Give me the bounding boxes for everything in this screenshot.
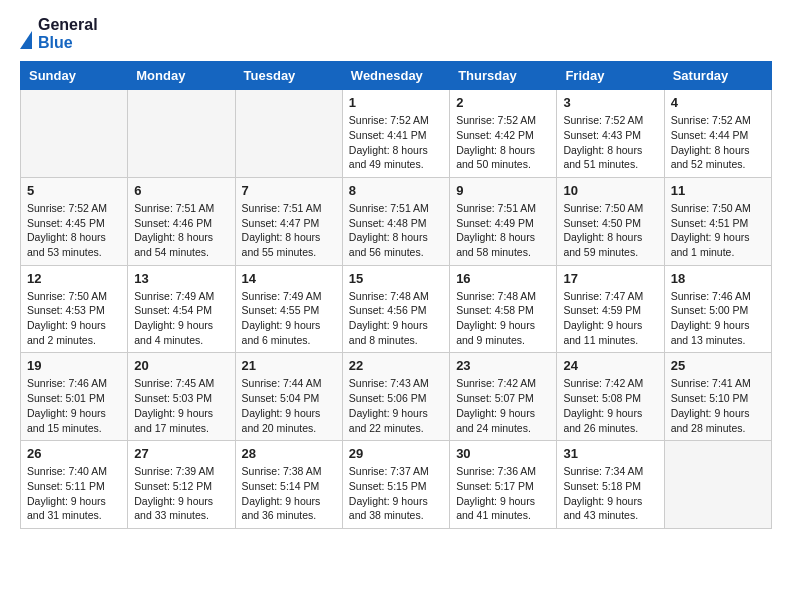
day-number: 14 xyxy=(242,271,336,286)
sunrise-text: Sunrise: 7:51 AM xyxy=(456,202,536,214)
sunrise-text: Sunrise: 7:52 AM xyxy=(563,114,643,126)
sunset-text: Sunset: 5:14 PM xyxy=(242,480,320,492)
calendar-cell: 21 Sunrise: 7:44 AM Sunset: 5:04 PM Dayl… xyxy=(235,353,342,441)
sunset-text: Sunset: 4:44 PM xyxy=(671,129,749,141)
day-info: Sunrise: 7:38 AM Sunset: 5:14 PM Dayligh… xyxy=(242,464,336,523)
weekday-header: Friday xyxy=(557,62,664,90)
sunrise-text: Sunrise: 7:46 AM xyxy=(671,290,751,302)
daylight-text: Daylight: 9 hours and 11 minutes. xyxy=(563,319,642,346)
sunset-text: Sunset: 4:54 PM xyxy=(134,304,212,316)
sunset-text: Sunset: 4:45 PM xyxy=(27,217,105,229)
sunset-text: Sunset: 5:04 PM xyxy=(242,392,320,404)
day-info: Sunrise: 7:51 AM Sunset: 4:48 PM Dayligh… xyxy=(349,201,443,260)
daylight-text: Daylight: 8 hours and 53 minutes. xyxy=(27,231,106,258)
sunset-text: Sunset: 5:10 PM xyxy=(671,392,749,404)
day-info: Sunrise: 7:50 AM Sunset: 4:50 PM Dayligh… xyxy=(563,201,657,260)
day-info: Sunrise: 7:52 AM Sunset: 4:45 PM Dayligh… xyxy=(27,201,121,260)
daylight-text: Daylight: 8 hours and 55 minutes. xyxy=(242,231,321,258)
daylight-text: Daylight: 8 hours and 52 minutes. xyxy=(671,144,750,171)
sunset-text: Sunset: 5:00 PM xyxy=(671,304,749,316)
day-info: Sunrise: 7:44 AM Sunset: 5:04 PM Dayligh… xyxy=(242,376,336,435)
daylight-text: Daylight: 8 hours and 49 minutes. xyxy=(349,144,428,171)
day-number: 13 xyxy=(134,271,228,286)
calendar-cell: 27 Sunrise: 7:39 AM Sunset: 5:12 PM Dayl… xyxy=(128,441,235,529)
day-info: Sunrise: 7:43 AM Sunset: 5:06 PM Dayligh… xyxy=(349,376,443,435)
calendar: SundayMondayTuesdayWednesdayThursdayFrid… xyxy=(20,61,772,529)
day-number: 1 xyxy=(349,95,443,110)
sunset-text: Sunset: 4:42 PM xyxy=(456,129,534,141)
day-info: Sunrise: 7:36 AM Sunset: 5:17 PM Dayligh… xyxy=(456,464,550,523)
sunrise-text: Sunrise: 7:50 AM xyxy=(563,202,643,214)
day-number: 4 xyxy=(671,95,765,110)
calendar-cell: 31 Sunrise: 7:34 AM Sunset: 5:18 PM Dayl… xyxy=(557,441,664,529)
day-number: 16 xyxy=(456,271,550,286)
daylight-text: Daylight: 9 hours and 24 minutes. xyxy=(456,407,535,434)
calendar-cell: 7 Sunrise: 7:51 AM Sunset: 4:47 PM Dayli… xyxy=(235,177,342,265)
sunrise-text: Sunrise: 7:40 AM xyxy=(27,465,107,477)
sunset-text: Sunset: 4:41 PM xyxy=(349,129,427,141)
calendar-cell: 5 Sunrise: 7:52 AM Sunset: 4:45 PM Dayli… xyxy=(21,177,128,265)
sunset-text: Sunset: 4:51 PM xyxy=(671,217,749,229)
calendar-cell xyxy=(128,90,235,178)
sunrise-text: Sunrise: 7:43 AM xyxy=(349,377,429,389)
calendar-cell: 18 Sunrise: 7:46 AM Sunset: 5:00 PM Dayl… xyxy=(664,265,771,353)
day-info: Sunrise: 7:51 AM Sunset: 4:46 PM Dayligh… xyxy=(134,201,228,260)
daylight-text: Daylight: 8 hours and 54 minutes. xyxy=(134,231,213,258)
daylight-text: Daylight: 8 hours and 51 minutes. xyxy=(563,144,642,171)
day-info: Sunrise: 7:52 AM Sunset: 4:42 PM Dayligh… xyxy=(456,113,550,172)
sunset-text: Sunset: 4:47 PM xyxy=(242,217,320,229)
sunrise-text: Sunrise: 7:37 AM xyxy=(349,465,429,477)
day-number: 6 xyxy=(134,183,228,198)
day-info: Sunrise: 7:34 AM Sunset: 5:18 PM Dayligh… xyxy=(563,464,657,523)
sunset-text: Sunset: 4:50 PM xyxy=(563,217,641,229)
calendar-cell: 6 Sunrise: 7:51 AM Sunset: 4:46 PM Dayli… xyxy=(128,177,235,265)
sunrise-text: Sunrise: 7:52 AM xyxy=(671,114,751,126)
daylight-text: Daylight: 9 hours and 20 minutes. xyxy=(242,407,321,434)
day-info: Sunrise: 7:49 AM Sunset: 4:55 PM Dayligh… xyxy=(242,289,336,348)
day-info: Sunrise: 7:46 AM Sunset: 5:01 PM Dayligh… xyxy=(27,376,121,435)
sunset-text: Sunset: 4:59 PM xyxy=(563,304,641,316)
sunset-text: Sunset: 4:53 PM xyxy=(27,304,105,316)
logo-blue-text: Blue xyxy=(38,34,98,52)
calendar-cell: 22 Sunrise: 7:43 AM Sunset: 5:06 PM Dayl… xyxy=(342,353,449,441)
calendar-cell: 24 Sunrise: 7:42 AM Sunset: 5:08 PM Dayl… xyxy=(557,353,664,441)
day-info: Sunrise: 7:42 AM Sunset: 5:08 PM Dayligh… xyxy=(563,376,657,435)
sunset-text: Sunset: 4:48 PM xyxy=(349,217,427,229)
calendar-cell: 23 Sunrise: 7:42 AM Sunset: 5:07 PM Dayl… xyxy=(450,353,557,441)
sunrise-text: Sunrise: 7:51 AM xyxy=(134,202,214,214)
day-number: 15 xyxy=(349,271,443,286)
calendar-cell: 25 Sunrise: 7:41 AM Sunset: 5:10 PM Dayl… xyxy=(664,353,771,441)
logo: General Blue General Blue xyxy=(20,16,98,51)
daylight-text: Daylight: 9 hours and 22 minutes. xyxy=(349,407,428,434)
day-info: Sunrise: 7:47 AM Sunset: 4:59 PM Dayligh… xyxy=(563,289,657,348)
sunset-text: Sunset: 5:08 PM xyxy=(563,392,641,404)
sunrise-text: Sunrise: 7:41 AM xyxy=(671,377,751,389)
day-info: Sunrise: 7:50 AM Sunset: 4:51 PM Dayligh… xyxy=(671,201,765,260)
daylight-text: Daylight: 9 hours and 36 minutes. xyxy=(242,495,321,522)
calendar-cell: 12 Sunrise: 7:50 AM Sunset: 4:53 PM Dayl… xyxy=(21,265,128,353)
daylight-text: Daylight: 9 hours and 4 minutes. xyxy=(134,319,213,346)
day-info: Sunrise: 7:52 AM Sunset: 4:44 PM Dayligh… xyxy=(671,113,765,172)
day-number: 12 xyxy=(27,271,121,286)
sunrise-text: Sunrise: 7:34 AM xyxy=(563,465,643,477)
day-info: Sunrise: 7:45 AM Sunset: 5:03 PM Dayligh… xyxy=(134,376,228,435)
calendar-cell: 2 Sunrise: 7:52 AM Sunset: 4:42 PM Dayli… xyxy=(450,90,557,178)
day-number: 23 xyxy=(456,358,550,373)
day-number: 26 xyxy=(27,446,121,461)
sunrise-text: Sunrise: 7:36 AM xyxy=(456,465,536,477)
sunrise-text: Sunrise: 7:42 AM xyxy=(563,377,643,389)
weekday-header: Wednesday xyxy=(342,62,449,90)
sunset-text: Sunset: 5:01 PM xyxy=(27,392,105,404)
day-info: Sunrise: 7:51 AM Sunset: 4:47 PM Dayligh… xyxy=(242,201,336,260)
day-info: Sunrise: 7:41 AM Sunset: 5:10 PM Dayligh… xyxy=(671,376,765,435)
day-info: Sunrise: 7:40 AM Sunset: 5:11 PM Dayligh… xyxy=(27,464,121,523)
sunset-text: Sunset: 5:17 PM xyxy=(456,480,534,492)
sunset-text: Sunset: 5:11 PM xyxy=(27,480,105,492)
calendar-cell xyxy=(21,90,128,178)
logo-general-text: General xyxy=(38,16,98,34)
day-number: 10 xyxy=(563,183,657,198)
daylight-text: Daylight: 9 hours and 1 minute. xyxy=(671,231,750,258)
day-number: 18 xyxy=(671,271,765,286)
sunset-text: Sunset: 5:12 PM xyxy=(134,480,212,492)
day-info: Sunrise: 7:51 AM Sunset: 4:49 PM Dayligh… xyxy=(456,201,550,260)
